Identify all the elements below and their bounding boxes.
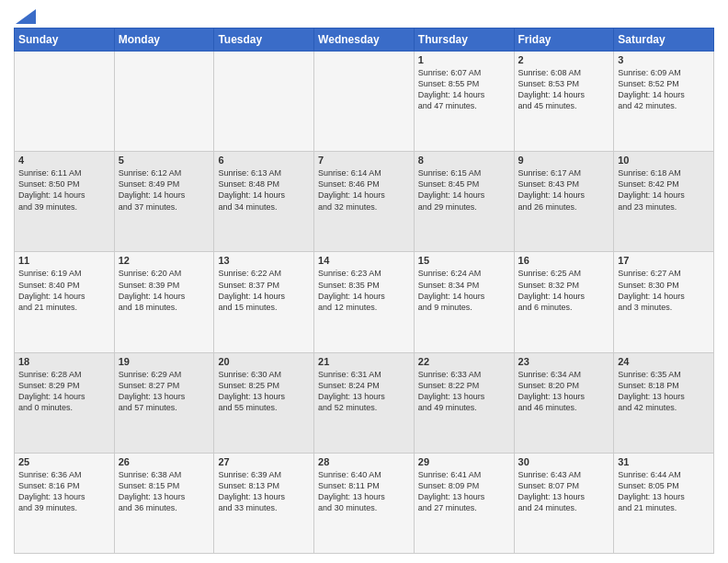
calendar-cell: 17Sunrise: 6:27 AM Sunset: 8:30 PM Dayli… <box>614 252 714 352</box>
week-row: 18Sunrise: 6:28 AM Sunset: 8:29 PM Dayli… <box>15 352 714 453</box>
day-number: 4 <box>18 155 110 166</box>
day-number: 30 <box>518 456 610 467</box>
day-number: 13 <box>218 255 310 266</box>
day-info: Sunrise: 6:08 AM Sunset: 8:53 PM Dayligh… <box>518 67 610 112</box>
logo-icon <box>16 9 36 24</box>
day-info: Sunrise: 6:25 AM Sunset: 8:32 PM Dayligh… <box>518 268 610 313</box>
calendar-cell: 8Sunrise: 6:15 AM Sunset: 8:45 PM Daylig… <box>414 152 514 252</box>
calendar-cell: 18Sunrise: 6:28 AM Sunset: 8:29 PM Dayli… <box>15 352 115 453</box>
calendar-cell: 1Sunrise: 6:07 AM Sunset: 8:55 PM Daylig… <box>414 52 514 152</box>
day-number: 18 <box>18 356 110 367</box>
day-number: 2 <box>518 54 610 65</box>
calendar: SundayMondayTuesdayWednesdayThursdayFrid… <box>14 28 714 554</box>
calendar-body: 1Sunrise: 6:07 AM Sunset: 8:55 PM Daylig… <box>15 52 714 554</box>
day-info: Sunrise: 6:33 AM Sunset: 8:22 PM Dayligh… <box>418 369 510 414</box>
calendar-cell: 10Sunrise: 6:18 AM Sunset: 8:42 PM Dayli… <box>614 152 714 252</box>
svg-marker-0 <box>16 9 36 24</box>
week-row: 4Sunrise: 6:11 AM Sunset: 8:50 PM Daylig… <box>15 152 714 252</box>
day-header-wednesday: Wednesday <box>314 29 415 52</box>
day-info: Sunrise: 6:43 AM Sunset: 8:07 PM Dayligh… <box>518 469 610 514</box>
day-info: Sunrise: 6:20 AM Sunset: 8:39 PM Dayligh… <box>119 268 210 313</box>
calendar-cell: 27Sunrise: 6:39 AM Sunset: 8:13 PM Dayli… <box>214 453 314 553</box>
calendar-cell: 7Sunrise: 6:14 AM Sunset: 8:46 PM Daylig… <box>314 152 415 252</box>
day-number: 16 <box>518 255 610 266</box>
day-number: 7 <box>318 155 410 166</box>
day-header-tuesday: Tuesday <box>214 29 314 52</box>
calendar-cell: 29Sunrise: 6:41 AM Sunset: 8:09 PM Dayli… <box>414 453 514 553</box>
calendar-cell <box>214 52 314 152</box>
day-info: Sunrise: 6:28 AM Sunset: 8:29 PM Dayligh… <box>18 369 110 414</box>
day-info: Sunrise: 6:24 AM Sunset: 8:34 PM Dayligh… <box>418 268 510 313</box>
calendar-cell: 3Sunrise: 6:09 AM Sunset: 8:52 PM Daylig… <box>614 52 714 152</box>
calendar-cell: 2Sunrise: 6:08 AM Sunset: 8:53 PM Daylig… <box>514 52 614 152</box>
day-info: Sunrise: 6:12 AM Sunset: 8:49 PM Dayligh… <box>119 167 210 213</box>
day-number: 17 <box>618 255 710 266</box>
day-info: Sunrise: 6:18 AM Sunset: 8:42 PM Dayligh… <box>618 167 710 213</box>
day-info: Sunrise: 6:35 AM Sunset: 8:18 PM Dayligh… <box>618 369 710 414</box>
day-number: 11 <box>18 255 110 266</box>
week-row: 11Sunrise: 6:19 AM Sunset: 8:40 PM Dayli… <box>15 252 714 352</box>
week-row: 1Sunrise: 6:07 AM Sunset: 8:55 PM Daylig… <box>15 52 714 152</box>
day-number: 10 <box>618 155 710 166</box>
day-info: Sunrise: 6:13 AM Sunset: 8:48 PM Dayligh… <box>218 167 310 213</box>
calendar-cell <box>114 52 214 152</box>
week-row: 25Sunrise: 6:36 AM Sunset: 8:16 PM Dayli… <box>15 453 714 553</box>
day-header-sunday: Sunday <box>15 29 115 52</box>
calendar-cell: 6Sunrise: 6:13 AM Sunset: 8:48 PM Daylig… <box>214 152 314 252</box>
day-number: 28 <box>318 456 410 467</box>
calendar-cell: 13Sunrise: 6:22 AM Sunset: 8:37 PM Dayli… <box>214 252 314 352</box>
calendar-cell: 19Sunrise: 6:29 AM Sunset: 8:27 PM Dayli… <box>114 352 214 453</box>
page: SundayMondayTuesdayWednesdayThursdayFrid… <box>0 0 728 563</box>
calendar-cell <box>314 52 415 152</box>
calendar-cell: 5Sunrise: 6:12 AM Sunset: 8:49 PM Daylig… <box>114 152 214 252</box>
day-info: Sunrise: 6:40 AM Sunset: 8:11 PM Dayligh… <box>318 469 410 514</box>
calendar-cell: 26Sunrise: 6:38 AM Sunset: 8:15 PM Dayli… <box>114 453 214 553</box>
day-header-saturday: Saturday <box>614 29 714 52</box>
calendar-table: SundayMondayTuesdayWednesdayThursdayFrid… <box>14 28 714 554</box>
day-info: Sunrise: 6:15 AM Sunset: 8:45 PM Dayligh… <box>418 167 510 213</box>
day-info: Sunrise: 6:09 AM Sunset: 8:52 PM Dayligh… <box>618 67 710 112</box>
day-number: 24 <box>618 356 710 367</box>
logo <box>14 9 36 20</box>
calendar-cell: 31Sunrise: 6:44 AM Sunset: 8:05 PM Dayli… <box>614 453 714 553</box>
day-header-monday: Monday <box>114 29 214 52</box>
calendar-header: SundayMondayTuesdayWednesdayThursdayFrid… <box>15 29 714 52</box>
day-number: 19 <box>119 356 210 367</box>
calendar-cell: 9Sunrise: 6:17 AM Sunset: 8:43 PM Daylig… <box>514 152 614 252</box>
day-number: 27 <box>218 456 310 467</box>
day-info: Sunrise: 6:23 AM Sunset: 8:35 PM Dayligh… <box>318 268 410 313</box>
day-info: Sunrise: 6:30 AM Sunset: 8:25 PM Dayligh… <box>218 369 310 414</box>
day-number: 25 <box>18 456 110 467</box>
calendar-cell: 30Sunrise: 6:43 AM Sunset: 8:07 PM Dayli… <box>514 453 614 553</box>
day-info: Sunrise: 6:36 AM Sunset: 8:16 PM Dayligh… <box>18 469 110 514</box>
calendar-cell: 28Sunrise: 6:40 AM Sunset: 8:11 PM Dayli… <box>314 453 415 553</box>
calendar-cell: 21Sunrise: 6:31 AM Sunset: 8:24 PM Dayli… <box>314 352 415 453</box>
calendar-cell: 15Sunrise: 6:24 AM Sunset: 8:34 PM Dayli… <box>414 252 514 352</box>
day-info: Sunrise: 6:14 AM Sunset: 8:46 PM Dayligh… <box>318 167 410 213</box>
day-info: Sunrise: 6:11 AM Sunset: 8:50 PM Dayligh… <box>18 167 110 213</box>
day-info: Sunrise: 6:41 AM Sunset: 8:09 PM Dayligh… <box>418 469 510 514</box>
day-number: 14 <box>318 255 410 266</box>
day-info: Sunrise: 6:29 AM Sunset: 8:27 PM Dayligh… <box>119 369 210 414</box>
day-info: Sunrise: 6:39 AM Sunset: 8:13 PM Dayligh… <box>218 469 310 514</box>
day-info: Sunrise: 6:22 AM Sunset: 8:37 PM Dayligh… <box>218 268 310 313</box>
calendar-cell: 11Sunrise: 6:19 AM Sunset: 8:40 PM Dayli… <box>15 252 115 352</box>
header <box>14 9 714 20</box>
calendar-cell <box>15 52 115 152</box>
day-number: 9 <box>518 155 610 166</box>
day-number: 1 <box>418 54 510 65</box>
day-info: Sunrise: 6:07 AM Sunset: 8:55 PM Dayligh… <box>418 67 510 112</box>
day-info: Sunrise: 6:38 AM Sunset: 8:15 PM Dayligh… <box>119 469 210 514</box>
day-number: 26 <box>119 456 210 467</box>
calendar-cell: 16Sunrise: 6:25 AM Sunset: 8:32 PM Dayli… <box>514 252 614 352</box>
day-info: Sunrise: 6:34 AM Sunset: 8:20 PM Dayligh… <box>518 369 610 414</box>
calendar-cell: 20Sunrise: 6:30 AM Sunset: 8:25 PM Dayli… <box>214 352 314 453</box>
calendar-cell: 23Sunrise: 6:34 AM Sunset: 8:20 PM Dayli… <box>514 352 614 453</box>
calendar-cell: 24Sunrise: 6:35 AM Sunset: 8:18 PM Dayli… <box>614 352 714 453</box>
calendar-cell: 22Sunrise: 6:33 AM Sunset: 8:22 PM Dayli… <box>414 352 514 453</box>
day-number: 6 <box>218 155 310 166</box>
calendar-cell: 14Sunrise: 6:23 AM Sunset: 8:35 PM Dayli… <box>314 252 415 352</box>
day-info: Sunrise: 6:17 AM Sunset: 8:43 PM Dayligh… <box>518 167 610 213</box>
day-info: Sunrise: 6:19 AM Sunset: 8:40 PM Dayligh… <box>18 268 110 313</box>
day-number: 5 <box>119 155 210 166</box>
